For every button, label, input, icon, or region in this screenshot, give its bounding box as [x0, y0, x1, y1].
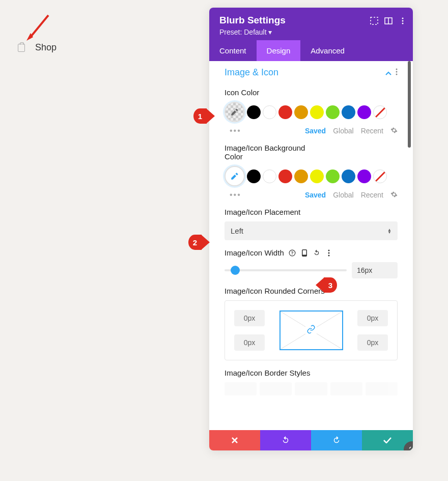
- corner-tl-input[interactable]: [234, 310, 265, 326]
- annotation-pointer-1: 1: [193, 108, 207, 124]
- close-button[interactable]: [209, 430, 260, 450]
- icon-color-label: Icon Color: [225, 88, 398, 97]
- swatch-none[interactable]: [373, 105, 387, 119]
- swatch-yellow[interactable]: [310, 105, 324, 119]
- palette-tab-global[interactable]: Global: [333, 191, 353, 199]
- swatch-purple[interactable]: [357, 169, 371, 183]
- scrollbar[interactable]: [408, 61, 411, 148]
- svg-point-6: [402, 20, 404, 22]
- columns-icon[interactable]: [384, 17, 393, 25]
- bg-color-swatches: [225, 166, 398, 186]
- panel-footer: [209, 430, 413, 450]
- swatch-blue[interactable]: [342, 169, 355, 183]
- placement-label: Image/Icon Placement: [225, 208, 398, 216]
- color-picker-button[interactable]: [225, 102, 245, 122]
- chevron-up-icon[interactable]: [385, 68, 391, 77]
- swatch-green[interactable]: [326, 169, 340, 183]
- swatch-yellow[interactable]: [310, 169, 324, 183]
- svg-point-10: [396, 73, 398, 75]
- annotation-arrow: [25, 13, 51, 43]
- palette-tab-saved[interactable]: Saved: [305, 191, 326, 199]
- width-input[interactable]: [352, 262, 398, 278]
- corner-bl-input[interactable]: [234, 334, 265, 351]
- corners-box: [225, 300, 398, 360]
- swatch-none[interactable]: [373, 169, 387, 183]
- placement-select[interactable]: Left ▲▼: [225, 221, 398, 240]
- panel-body: Image & Icon Icon Color: [209, 61, 413, 430]
- settings-panel: Blurb Settings Preset: Default ▾ Content…: [209, 8, 413, 450]
- more-swatches-icon[interactable]: •••: [225, 190, 241, 200]
- swatch-orange[interactable]: [294, 169, 308, 183]
- phone-icon[interactable]: [300, 249, 309, 257]
- svg-point-15: [328, 249, 329, 251]
- slider-thumb[interactable]: [231, 266, 240, 275]
- svg-rect-14: [302, 250, 306, 254]
- width-label: Image/Icon Width: [225, 248, 284, 257]
- width-slider[interactable]: [225, 269, 347, 271]
- swatch-white[interactable]: [263, 169, 276, 183]
- tab-advanced[interactable]: Advanced: [300, 40, 355, 61]
- swatch-black[interactable]: [247, 169, 261, 183]
- shop-label: Shop: [35, 42, 57, 53]
- more-swatches-icon[interactable]: •••: [225, 126, 241, 135]
- swatch-green[interactable]: [326, 105, 340, 119]
- corners-label: Image/Icon Rounded Corners: [225, 287, 398, 295]
- swatch-white[interactable]: [263, 105, 276, 119]
- border-style-option[interactable]: [366, 382, 398, 395]
- svg-point-5: [402, 18, 404, 19]
- tab-design[interactable]: Design: [257, 40, 301, 61]
- svg-point-7: [402, 23, 404, 24]
- section-header: Image & Icon: [225, 61, 398, 80]
- select-arrows-icon: ▲▼: [387, 229, 391, 234]
- annotation-pointer-3: 3: [324, 277, 337, 293]
- palette-tab-recent[interactable]: Recent: [361, 127, 383, 135]
- placement-value: Left: [231, 227, 243, 235]
- svg-point-17: [328, 254, 329, 256]
- border-style-option[interactable]: [330, 382, 362, 395]
- reset-icon[interactable]: [313, 249, 321, 257]
- tab-content[interactable]: Content: [209, 40, 257, 61]
- annotation-pointer-2: 2: [188, 235, 202, 250]
- icon-color-swatches: [225, 102, 398, 122]
- swatch-red[interactable]: [278, 169, 292, 183]
- panel-preset[interactable]: Preset: Default ▾: [219, 28, 403, 36]
- corner-br-input[interactable]: [357, 334, 388, 351]
- redo-button[interactable]: [311, 430, 362, 450]
- section-title[interactable]: Image & Icon: [225, 67, 278, 78]
- border-style-option[interactable]: [225, 382, 257, 395]
- panel-header: Blurb Settings Preset: Default ▾: [209, 8, 413, 40]
- palette-tab-saved[interactable]: Saved: [305, 127, 326, 135]
- expand-icon[interactable]: [370, 17, 378, 25]
- options-icon[interactable]: [325, 249, 333, 257]
- help-icon[interactable]: ?: [288, 249, 296, 257]
- sidebar-item-shop[interactable]: Shop: [18, 42, 57, 53]
- border-label: Image/Icon Border Styles: [225, 369, 398, 377]
- svg-text:?: ?: [291, 250, 293, 255]
- menu-icon[interactable]: [399, 17, 407, 25]
- corner-tr-input[interactable]: [357, 310, 388, 326]
- svg-rect-2: [371, 17, 378, 24]
- gear-icon[interactable]: [390, 191, 398, 200]
- swatch-black[interactable]: [247, 105, 261, 119]
- bg-color-label: Image/Icon Background Color: [225, 144, 316, 161]
- swatch-red[interactable]: [278, 105, 292, 119]
- svg-point-8: [396, 68, 398, 70]
- svg-point-16: [328, 252, 329, 253]
- swatch-purple[interactable]: [357, 105, 371, 119]
- border-style-option[interactable]: [260, 382, 292, 395]
- swatch-orange[interactable]: [294, 105, 308, 119]
- corner-preview: [279, 310, 343, 350]
- section-menu-icon[interactable]: [396, 68, 398, 77]
- swatch-blue[interactable]: [342, 105, 355, 119]
- palette-tab-recent[interactable]: Recent: [361, 191, 383, 199]
- svg-line-0: [30, 15, 48, 38]
- color-picker-button[interactable]: [225, 166, 245, 186]
- gear-icon[interactable]: [390, 127, 398, 135]
- svg-point-9: [396, 71, 398, 72]
- palette-tab-global[interactable]: Global: [333, 127, 353, 135]
- link-icon[interactable]: [305, 324, 317, 337]
- tabs: Content Design Advanced: [209, 40, 413, 61]
- undo-button[interactable]: [260, 430, 311, 450]
- border-style-option[interactable]: [295, 382, 327, 395]
- clipboard-icon: [18, 44, 25, 52]
